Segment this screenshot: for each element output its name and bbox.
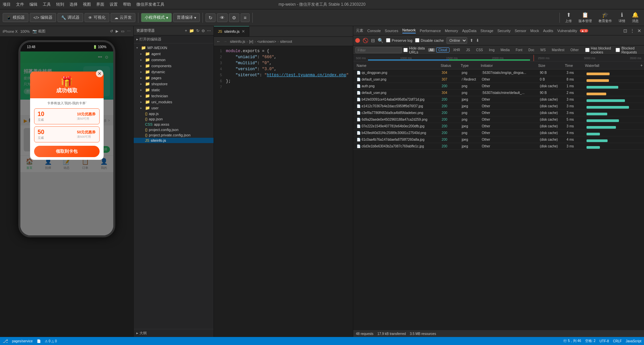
hide-data-urls-cb[interactable] xyxy=(403,48,408,52)
menu-interface[interactable]: 界面 xyxy=(96,2,104,7)
performance-tab[interactable]: Performance xyxy=(420,29,441,33)
col-initiator[interactable]: Initiator xyxy=(479,64,536,68)
compile-mode-btn[interactable]: 普通编译 ▾ xyxy=(173,13,200,22)
folder-uni-modules[interactable]: ▸ 📁 uni_modules xyxy=(134,99,214,105)
folder-pages[interactable]: ▸ 📁 pages xyxy=(134,75,214,81)
code-editor-area[interactable]: 1 module.exports = { 2 "uniacid": "666",… xyxy=(214,46,353,337)
refresh-file-icon[interactable]: ↻ xyxy=(196,28,200,33)
filter-js[interactable]: JS xyxy=(464,47,473,52)
file-project-config[interactable]: {} project.config.json xyxy=(134,127,214,132)
file-app-js[interactable]: {} app.js xyxy=(134,111,214,116)
folder-agent[interactable]: ▸ 📁 agent xyxy=(134,51,214,57)
vulnerability-tab[interactable]: Vulnerability xyxy=(557,29,577,33)
file-siteinfo-js[interactable]: JS siteinfo.js xyxy=(134,138,214,143)
device-refresh[interactable]: ↺ xyxy=(110,29,113,33)
new-folder-icon[interactable]: 📁 xyxy=(189,28,194,33)
network-row[interactable]: 📄 b428ed40d31f4c25889c30681c27540d.png 2… xyxy=(353,130,644,136)
sensor-tab[interactable]: Sensor xyxy=(515,29,526,33)
devtools-more-icon[interactable]: ⋮ xyxy=(630,28,635,33)
console-tab[interactable]: Console xyxy=(367,29,381,33)
col-type[interactable]: Type xyxy=(459,64,479,68)
filter-img[interactable]: Img xyxy=(487,47,497,52)
folder-common[interactable]: ▸ 📁 common xyxy=(134,57,214,63)
visual-btn[interactable]: 👁 可视化 xyxy=(85,13,109,22)
network-row[interactable]: 📄 07e222e1549e407781fe64b0ec200dfb.jpg 2… xyxy=(353,123,644,130)
filter-icon[interactable]: ⊟ xyxy=(371,38,375,43)
msg-btn[interactable]: 🔔 消息 xyxy=(629,12,641,23)
filter-manifest[interactable]: Manifest xyxy=(549,47,567,52)
network-row[interactable]: 📄 e1412c70367b4e2dacc5959ff9d76f37.jpg 2… xyxy=(353,103,644,110)
menu-edit[interactable]: 编辑 xyxy=(29,2,37,7)
screenshot-btn[interactable]: 📷 截图 xyxy=(32,29,45,34)
menu-settings[interactable]: 设置 xyxy=(110,2,118,7)
folder-static[interactable]: ▸ 📁 static xyxy=(134,87,214,93)
elements-tab[interactable]: 元素 xyxy=(356,28,363,33)
disable-cache-label[interactable]: Disable cache xyxy=(415,38,444,42)
preserve-log-checkbox[interactable] xyxy=(386,38,390,42)
file-project-private[interactable]: {} project.private.config.json xyxy=(134,132,214,138)
menu-help[interactable]: 帮助 xyxy=(123,2,131,7)
disable-cache-checkbox[interactable] xyxy=(415,38,419,42)
filter-other[interactable]: Other xyxy=(568,47,581,52)
upload-btn[interactable]: ⬆ 上传 xyxy=(562,12,574,23)
import-btn[interactable]: ⬆ xyxy=(470,38,473,43)
storage-tab[interactable]: Storage xyxy=(481,29,494,33)
miniapp-mode-btn[interactable]: 小程序模式 ▾ xyxy=(141,13,172,22)
eye-btn[interactable]: 👁 xyxy=(217,13,228,22)
sources-tab[interactable]: Sources xyxy=(385,29,398,33)
has-blocked-label[interactable]: Has blocked cookies xyxy=(585,46,615,54)
network-row[interactable]: 📄 default_user.png 304 png :56307/static… xyxy=(353,90,644,96)
config-btn[interactable]: ⚙ xyxy=(229,13,239,22)
preserve-log-label[interactable]: Preserve log xyxy=(386,38,412,42)
folder-components[interactable]: ▸ 📁 components xyxy=(134,63,214,69)
filter-ws[interactable]: WS xyxy=(538,47,548,52)
device-more[interactable]: ⋯ xyxy=(127,29,131,33)
filter-doc[interactable]: Doc xyxy=(526,47,537,52)
col-time[interactable]: Time xyxy=(563,64,583,68)
folder-technician[interactable]: ▸ 📁 technician xyxy=(134,93,214,99)
device-frame[interactable]: ▭ xyxy=(121,29,124,33)
network-tab[interactable]: Network xyxy=(402,28,416,33)
menu-wechat[interactable]: 微信开发者工具 xyxy=(136,2,164,7)
editor-btn[interactable]: </> 编辑器 xyxy=(30,13,56,22)
col-status[interactable]: Status xyxy=(439,64,459,68)
edu-btn[interactable]: 🎓 教育套件 xyxy=(596,12,615,23)
blocked-requests-label[interactable]: Blocked Requests xyxy=(616,46,642,54)
menu-project[interactable]: 项目 xyxy=(3,2,11,7)
refresh-btn[interactable]: ↻ xyxy=(206,13,216,22)
filter-media[interactable]: Media xyxy=(498,47,512,52)
network-row[interactable]: 📄 default_user.png 307 / Redirect Other … xyxy=(353,76,644,83)
debug-btn[interactable]: 🔧 调试器 xyxy=(57,13,83,22)
menu-tools[interactable]: 工具 xyxy=(43,2,51,7)
devtools-close-icon[interactable]: ✕ xyxy=(637,28,641,33)
version-btn[interactable]: 📋 版本管理 xyxy=(576,12,595,23)
more-btn[interactable]: ≡ xyxy=(241,13,249,22)
network-row[interactable]: 📄 c6d3e1b8e63043b2a7087c769abffe1c.jpg 2… xyxy=(353,143,644,150)
simulator-btn[interactable]: 📱 模拟器 xyxy=(3,13,28,22)
receive-btn[interactable]: 领取到卡包 xyxy=(34,146,100,157)
has-blocked-cb[interactable] xyxy=(585,48,590,52)
blocked-requests-cb[interactable] xyxy=(616,48,620,52)
device-play[interactable]: ▶ xyxy=(116,29,118,33)
clear-btn[interactable]: 🚫 xyxy=(363,38,368,43)
filter-font[interactable]: Font xyxy=(513,47,525,52)
network-row[interactable]: 📄 6d9a20aede0e4502960188a47ca2d259.png 2… xyxy=(353,116,644,123)
git-icon[interactable]: ⎇ xyxy=(3,338,8,344)
col-name[interactable]: Name xyxy=(355,64,439,68)
network-row[interactable]: 📄 auth.png 200 png Other (disk cache) 1 … xyxy=(353,83,644,90)
code-tab-siteinfo[interactable]: JS siteinfo.js ✕ xyxy=(214,26,249,36)
cloud-btn[interactable]: ☁ 云开发 xyxy=(111,13,135,22)
menu-file[interactable]: 文件 xyxy=(16,2,24,7)
network-row[interactable]: 📄 c3ef8a7786ff483da9ca4b85fdadebec.png 2… xyxy=(353,110,644,116)
memory-tab[interactable]: Memory xyxy=(445,29,458,33)
record-btn[interactable] xyxy=(355,38,360,43)
col-size[interactable]: Size xyxy=(536,64,563,68)
audits-tab[interactable]: Audits xyxy=(543,29,553,33)
file-app-json[interactable]: {} app.json xyxy=(134,116,214,122)
devtools-dock-icon[interactable]: ⊡ xyxy=(623,28,627,33)
open-editor-btn[interactable]: ▸ 打开的编辑器 xyxy=(134,35,214,43)
tab-close-btn[interactable]: ✕ xyxy=(242,29,245,34)
network-row[interactable]: 📄 qs_dinggoan.png 304 png :56307/static/… xyxy=(353,70,644,76)
filter-css[interactable]: CSS xyxy=(474,47,485,52)
add-col-btn[interactable]: + xyxy=(640,63,643,68)
